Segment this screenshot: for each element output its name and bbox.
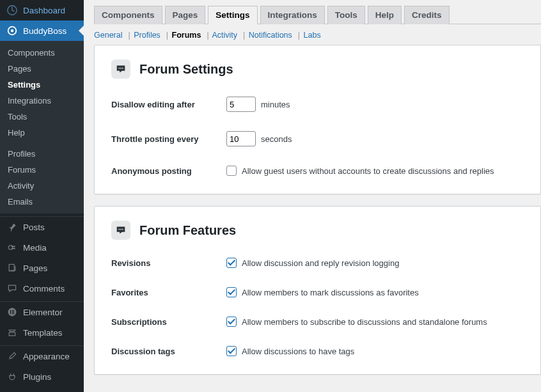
tab-components[interactable]: Components xyxy=(94,6,162,24)
submenu-help[interactable]: Help xyxy=(0,125,84,141)
revisions-checkbox[interactable] xyxy=(226,258,237,268)
menu-label: Dashboard xyxy=(23,6,65,15)
subs-label: Subscriptions xyxy=(111,317,226,327)
menu-label: Plugins xyxy=(23,372,51,382)
panel-title: Forum Features xyxy=(139,223,236,238)
templates-icon xyxy=(6,327,18,338)
submenu-profiles[interactable]: Profiles xyxy=(0,146,84,162)
menu-label: Pages xyxy=(23,263,47,273)
panel-header: Forum Features xyxy=(111,221,524,240)
svg-rect-8 xyxy=(12,311,14,313)
plug-icon xyxy=(6,371,18,382)
anon-text: Allow guest users without accounts to cr… xyxy=(242,166,494,176)
menu-label: Templates xyxy=(23,328,63,338)
menu-label: Media xyxy=(23,243,47,253)
forum-icon xyxy=(111,221,130,240)
tags-checkbox[interactable] xyxy=(226,346,237,356)
svg-rect-9 xyxy=(12,313,14,315)
subnav-general[interactable]: General xyxy=(94,31,122,40)
editing-suffix: minutes xyxy=(261,100,290,109)
favorites-checkbox[interactable] xyxy=(226,287,237,297)
menu-comments[interactable]: Comments xyxy=(0,278,84,299)
pin-icon xyxy=(6,221,18,233)
tags-label: Discussion tags xyxy=(111,347,226,356)
panel-forum-features: Forum Features Revisions Allow discussio… xyxy=(94,206,541,375)
buddyboss-icon xyxy=(6,25,18,36)
elementor-icon xyxy=(6,306,18,318)
editing-label: Disallow editing after xyxy=(111,100,226,109)
menu-posts[interactable]: Posts xyxy=(0,217,84,237)
anon-label: Anonymous posting xyxy=(111,166,226,176)
panel-header: Forum Settings xyxy=(111,59,524,79)
submenu-pages[interactable]: Pages xyxy=(0,61,84,77)
admin-sidebar: Dashboard BuddyBoss Components Pages Set… xyxy=(0,0,84,392)
tab-settings[interactable]: Settings xyxy=(208,6,257,24)
submenu-integrations[interactable]: Integrations xyxy=(0,93,84,109)
menu-buddyboss[interactable]: BuddyBoss xyxy=(0,20,84,41)
throttle-input[interactable] xyxy=(226,131,256,146)
menu-templates[interactable]: Templates xyxy=(0,322,84,343)
dashboard-icon xyxy=(6,4,18,16)
subs-text: Allow members to subscribe to discussion… xyxy=(242,317,487,327)
submenu-forums[interactable]: Forums xyxy=(0,162,84,178)
svg-rect-6 xyxy=(10,310,12,314)
media-icon xyxy=(6,242,18,253)
tab-integrations[interactable]: Integrations xyxy=(260,6,325,24)
tags-text: Allow discussions to have tags xyxy=(242,347,354,356)
favorites-text: Allow members to mark discussions as fav… xyxy=(242,288,419,297)
panel-forum-settings: Forum Settings Disallow editing after mi… xyxy=(94,45,541,194)
tab-pages[interactable]: Pages xyxy=(165,6,206,24)
menu-appearance[interactable]: Appearance xyxy=(0,346,84,366)
svg-point-2 xyxy=(11,29,14,33)
menu-label: BuddyBoss xyxy=(23,26,67,36)
svg-point-16 xyxy=(122,229,123,230)
svg-point-11 xyxy=(118,68,120,69)
subnav-forums[interactable]: Forums xyxy=(172,31,201,40)
revisions-text: Allow discussion and reply revision logg… xyxy=(242,258,399,268)
panel-title: Forum Settings xyxy=(139,62,233,77)
submenu-components[interactable]: Components xyxy=(0,45,84,61)
submenu-settings[interactable]: Settings xyxy=(0,77,84,93)
menu-label: Posts xyxy=(23,223,45,232)
subnav-profiles[interactable]: Profiles xyxy=(134,31,161,40)
nav-tabs: Components Pages Settings Integrations T… xyxy=(94,5,541,24)
menu-elementor[interactable]: Elementor xyxy=(0,302,84,322)
comment-icon xyxy=(6,283,18,294)
sub-nav: General | Profiles | Forums | Activity |… xyxy=(94,31,541,40)
subs-checkbox[interactable] xyxy=(226,317,237,327)
svg-point-14 xyxy=(118,229,120,230)
subnav-labs[interactable]: Labs xyxy=(304,31,321,40)
menu-pages[interactable]: Pages xyxy=(0,258,84,278)
svg-point-12 xyxy=(120,68,122,69)
subnav-activity[interactable]: Activity xyxy=(212,31,237,40)
main-content: Components Pages Settings Integrations T… xyxy=(84,0,541,392)
brush-icon xyxy=(6,350,18,362)
anon-checkbox[interactable] xyxy=(226,166,237,176)
tab-help[interactable]: Help xyxy=(368,6,402,24)
submenu-activity[interactable]: Activity xyxy=(0,178,84,194)
menu-label: Comments xyxy=(23,284,65,294)
throttle-label: Throttle posting every xyxy=(111,134,226,144)
menu-dashboard[interactable]: Dashboard xyxy=(0,0,84,20)
editing-input[interactable] xyxy=(226,97,256,112)
tab-credits[interactable]: Credits xyxy=(404,6,450,24)
tab-tools[interactable]: Tools xyxy=(327,6,365,24)
svg-rect-7 xyxy=(12,310,14,311)
favorites-label: Favorites xyxy=(111,288,226,297)
menu-label: Elementor xyxy=(23,308,63,317)
subnav-notifications[interactable]: Notifications xyxy=(249,31,292,40)
page-icon xyxy=(6,262,18,274)
svg-point-15 xyxy=(120,229,122,230)
menu-plugins[interactable]: Plugins xyxy=(0,366,84,387)
menu-users[interactable]: Users xyxy=(0,387,84,392)
menu-label: Appearance xyxy=(23,352,70,361)
submenu-emails[interactable]: Emails xyxy=(0,194,84,210)
forum-icon xyxy=(111,59,130,79)
svg-rect-4 xyxy=(9,264,14,270)
buddyboss-submenu: Components Pages Settings Integrations T… xyxy=(0,41,84,214)
submenu-tools[interactable]: Tools xyxy=(0,109,84,125)
throttle-suffix: seconds xyxy=(261,134,292,144)
menu-media[interactable]: Media xyxy=(0,237,84,258)
svg-point-13 xyxy=(122,68,123,69)
revisions-label: Revisions xyxy=(111,258,226,268)
